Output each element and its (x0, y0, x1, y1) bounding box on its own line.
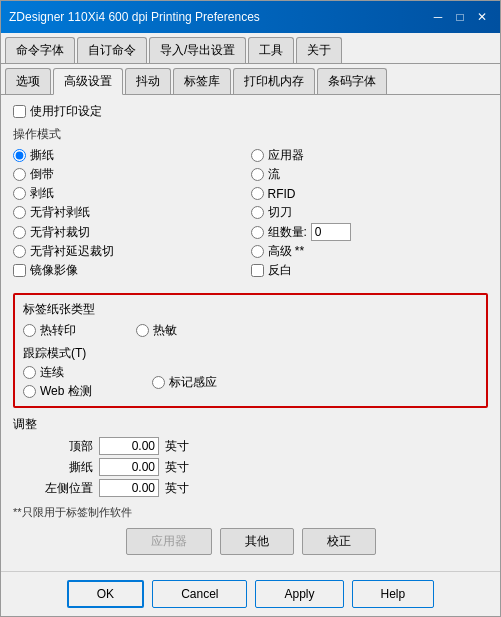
middle-buttons: 应用器 其他 校正 (13, 528, 488, 555)
mode-rewind-label: 倒带 (30, 166, 54, 183)
adjust-left-input[interactable] (99, 479, 159, 497)
mode-rfid-radio[interactable] (251, 187, 264, 200)
mode-tear-paper-label: 撕纸 (30, 147, 54, 164)
adjust-left-unit: 英寸 (165, 480, 189, 497)
mode-quantity-label: 组数量: (268, 224, 307, 241)
applicator-button[interactable]: 应用器 (126, 528, 212, 555)
mode-reverse: 反白 (251, 262, 489, 279)
use-print-setting-row: 使用打印设定 (13, 103, 488, 120)
adjust-label: 调整 (13, 416, 488, 433)
tracking-mode-options: 连续 Web 检测 标记感应 (23, 364, 478, 400)
minimize-button[interactable]: ─ (428, 7, 448, 27)
mode-linerless-cut-label: 无背衬裁切 (30, 224, 90, 241)
label-type-direct-thermal: 热敏 (136, 322, 177, 339)
mode-flow: 流 (251, 166, 489, 183)
window-title: ZDesigner 110Xi4 600 dpi Printing Prefer… (9, 10, 260, 24)
label-type-thermal-transfer: 热转印 (23, 322, 76, 339)
adjust-tear-row: 撕纸 英寸 (13, 458, 488, 476)
maximize-button[interactable]: □ (450, 7, 470, 27)
adjust-section: 调整 顶部 英寸 撕纸 英寸 左侧位置 英寸 (13, 416, 488, 497)
operation-mode-label: 操作模式 (13, 126, 488, 143)
mode-quantity: 组数量: (251, 223, 489, 241)
tracking-continuous-radio[interactable] (23, 366, 36, 379)
tab-advanced-settings[interactable]: 高级设置 (53, 68, 123, 95)
label-type-thermal-transfer-label: 热转印 (40, 322, 76, 339)
tracking-continuous: 连续 (23, 364, 92, 381)
mode-rewind-radio[interactable] (13, 168, 26, 181)
tracking-web-radio[interactable] (23, 385, 36, 398)
label-type-direct-thermal-radio[interactable] (136, 324, 149, 337)
mode-flow-label: 流 (268, 166, 280, 183)
mode-linerless-peel-radio[interactable] (13, 206, 26, 219)
ok-button[interactable]: OK (67, 580, 144, 608)
main-content: 使用打印设定 操作模式 撕纸 应用器 倒带 流 (1, 95, 500, 571)
tracking-web-label: Web 检测 (40, 383, 92, 400)
mode-cutter-label: 切刀 (268, 204, 292, 221)
mode-applicator-radio[interactable] (251, 149, 264, 162)
cancel-button[interactable]: Cancel (152, 580, 247, 608)
tracking-web: Web 检测 (23, 383, 92, 400)
tab-dithering[interactable]: 抖动 (125, 68, 171, 94)
tab-about[interactable]: 关于 (296, 37, 342, 63)
use-print-setting-label: 使用打印设定 (30, 103, 102, 120)
mode-applicator: 应用器 (251, 147, 489, 164)
adjust-left-label: 左侧位置 (33, 480, 93, 497)
mode-applicator-label: 应用器 (268, 147, 304, 164)
tab-barcode-font[interactable]: 条码字体 (317, 68, 387, 94)
mode-rfid-label: RFID (268, 187, 296, 201)
tracking-continuous-label: 连续 (40, 364, 64, 381)
calibrate-button[interactable]: 校正 (302, 528, 376, 555)
mode-rewind: 倒带 (13, 166, 251, 183)
tab-options[interactable]: 选项 (5, 68, 51, 94)
mode-mirror-checkbox[interactable] (13, 264, 26, 277)
mode-flow-radio[interactable] (251, 168, 264, 181)
tab-custom-command[interactable]: 自订命令 (77, 37, 147, 63)
mode-peel-radio[interactable] (13, 187, 26, 200)
title-bar-buttons: ─ □ ✕ (428, 7, 492, 27)
mode-peel-label: 剥纸 (30, 185, 54, 202)
apply-button[interactable]: Apply (255, 580, 343, 608)
label-type-thermal-transfer-radio[interactable] (23, 324, 36, 337)
adjust-tear-unit: 英寸 (165, 459, 189, 476)
tracking-mode-label: 跟踪模式(T) (23, 345, 478, 362)
main-window: ZDesigner 110Xi4 600 dpi Printing Prefer… (0, 0, 501, 617)
mode-linerless-delay-cut: 无背衬延迟裁切 (13, 243, 251, 260)
adjust-tear-label: 撕纸 (33, 459, 93, 476)
mode-peel: 剥纸 (13, 185, 251, 202)
tab-label-library[interactable]: 标签库 (173, 68, 231, 94)
mode-advanced: 高级 ** (251, 243, 489, 260)
help-button[interactable]: Help (352, 580, 435, 608)
mode-linerless-cut: 无背衬裁切 (13, 223, 251, 241)
mode-mirror-label: 镜像影像 (30, 262, 78, 279)
use-print-setting-checkbox[interactable] (13, 105, 26, 118)
tab-bar-row2: 选项 高级设置 抖动 标签库 打印机内存 条码字体 (1, 64, 500, 95)
mode-cutter: 切刀 (251, 204, 489, 221)
tab-import-export[interactable]: 导入/导出设置 (149, 37, 246, 63)
adjust-tear-input[interactable] (99, 458, 159, 476)
mode-quantity-radio[interactable] (251, 226, 264, 239)
tab-bar-row1: 命令字体 自订命令 导入/导出设置 工具 关于 (1, 33, 500, 64)
adjust-top-row: 顶部 英寸 (13, 437, 488, 455)
tracking-mark-sense-radio[interactable] (152, 376, 165, 389)
mode-mirror: 镜像影像 (13, 262, 251, 279)
close-button[interactable]: ✕ (472, 7, 492, 27)
mode-reverse-checkbox[interactable] (251, 264, 264, 277)
quantity-input[interactable] (311, 223, 351, 241)
tab-tools[interactable]: 工具 (248, 37, 294, 63)
mode-tear-paper: 撕纸 (13, 147, 251, 164)
mode-tear-paper-radio[interactable] (13, 149, 26, 162)
mode-advanced-radio[interactable] (251, 245, 264, 258)
mode-linerless-delay-cut-label: 无背衬延迟裁切 (30, 243, 114, 260)
label-type-direct-thermal-label: 热敏 (153, 322, 177, 339)
other-button[interactable]: 其他 (220, 528, 294, 555)
tab-printer-memory[interactable]: 打印机内存 (233, 68, 315, 94)
mode-reverse-label: 反白 (268, 262, 292, 279)
adjust-top-input[interactable] (99, 437, 159, 455)
mode-linerless-delay-cut-radio[interactable] (13, 245, 26, 258)
mode-linerless-cut-radio[interactable] (13, 226, 26, 239)
mode-advanced-label: 高级 ** (268, 243, 305, 260)
mode-cutter-radio[interactable] (251, 206, 264, 219)
tab-command-font[interactable]: 命令字体 (5, 37, 75, 63)
adjust-top-label: 顶部 (33, 438, 93, 455)
label-tracking-section: 标签纸张类型 热转印 热敏 跟踪模式(T) (13, 293, 488, 408)
